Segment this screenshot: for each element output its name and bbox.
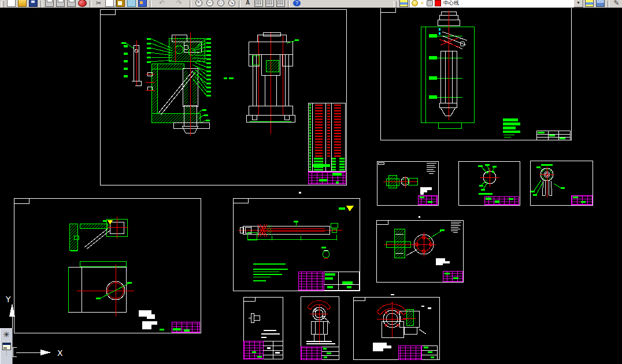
designcenter-icon bbox=[254, 0, 263, 7]
render-button[interactable] bbox=[1, 329, 12, 340]
bracket-small-title-block[interactable] bbox=[419, 196, 438, 205]
flange-title-block[interactable] bbox=[443, 272, 463, 282]
bracket-small-weight-block bbox=[420, 187, 432, 195]
clipboard-icon bbox=[116, 0, 125, 7]
ucs-y-label: Y bbox=[5, 295, 11, 304]
layer-freeze-icon[interactable] bbox=[420, 1, 425, 6]
column-notes-block[interactable] bbox=[503, 118, 520, 137]
bracket-plate-section-view[interactable] bbox=[69, 217, 128, 251]
clevis-view[interactable] bbox=[531, 164, 565, 198]
tool-palettes-button[interactable] bbox=[264, 0, 275, 8]
plot-button[interactable] bbox=[44, 0, 55, 8]
print-preview-icon bbox=[56, 0, 65, 7]
marker-button[interactable] bbox=[77, 0, 88, 8]
sheet-assembly-main[interactable] bbox=[101, 10, 347, 185]
clevis-title-block[interactable] bbox=[572, 196, 593, 205]
sheet-part-bracket-small[interactable] bbox=[377, 162, 439, 206]
copy-button[interactable] bbox=[104, 0, 115, 8]
toolbar-grip[interactable] bbox=[1, 1, 4, 8]
disc-title-block[interactable] bbox=[485, 197, 519, 205]
zoom-out-icon bbox=[206, 0, 213, 6]
combo-dropdown-arrow[interactable]: ▼ bbox=[573, 0, 583, 8]
bracket-plate-title-block[interactable] bbox=[160, 322, 200, 333]
block-editor-button[interactable] bbox=[137, 0, 148, 8]
toolbar-grip[interactable] bbox=[394, 1, 397, 8]
tool-palette-window-button[interactable] bbox=[1, 340, 12, 352]
make-object-layer-current-button[interactable] bbox=[584, 0, 595, 8]
pin-view[interactable] bbox=[249, 314, 260, 323]
column-title-block[interactable] bbox=[536, 131, 571, 140]
zoom-in-icon bbox=[195, 0, 202, 6]
assembly-left-detail-view[interactable] bbox=[121, 40, 141, 86]
shaft-finish-mark bbox=[339, 206, 354, 211]
zoom-window-button[interactable] bbox=[215, 0, 226, 8]
side-toolbar: ⋮ bbox=[0, 328, 13, 364]
pencil-edit-button[interactable] bbox=[611, 0, 622, 8]
sheet-assembly-column[interactable] bbox=[381, 8, 572, 140]
bracket-small-views[interactable] bbox=[383, 175, 417, 188]
new-button[interactable] bbox=[6, 0, 17, 8]
pin-title-block[interactable] bbox=[244, 341, 283, 359]
assembly-center-section-view[interactable] bbox=[146, 32, 234, 136]
assembly-press-elevation-view[interactable] bbox=[247, 32, 299, 134]
sheet-part-disc[interactable] bbox=[459, 162, 520, 206]
tool-palettes-icon bbox=[265, 0, 274, 7]
cam-front-view[interactable] bbox=[312, 318, 328, 343]
ucs-x-label: X bbox=[57, 348, 63, 358]
toolbar-separator bbox=[608, 1, 609, 8]
sheet-part-pin[interactable] bbox=[244, 298, 283, 359]
layer-color-swatch[interactable] bbox=[435, 0, 441, 6]
flange-circular-view[interactable] bbox=[406, 229, 445, 257]
sheet-part-cam-housing[interactable] bbox=[354, 294, 440, 360]
disc-view[interactable] bbox=[478, 164, 499, 195]
shaft-detail-view[interactable] bbox=[321, 247, 329, 258]
zoom-out-button[interactable] bbox=[204, 0, 215, 8]
redo-button[interactable] bbox=[171, 0, 188, 8]
match-properties-icon bbox=[127, 0, 136, 7]
sheet-part-bracket-plate[interactable] bbox=[14, 199, 201, 333]
layer-dropdown[interactable]: 中心线 ▼ bbox=[409, 0, 584, 8]
bracket-small-notes[interactable] bbox=[427, 163, 436, 174]
column-main-view[interactable] bbox=[421, 10, 474, 128]
cut-button[interactable] bbox=[93, 0, 104, 8]
open-button[interactable] bbox=[17, 0, 28, 8]
cam-housing-circular-view[interactable] bbox=[377, 302, 407, 338]
sheet-part-cam[interactable] bbox=[301, 297, 339, 360]
shaft-main-view[interactable] bbox=[238, 221, 342, 240]
cam-title-block[interactable] bbox=[301, 347, 339, 360]
assembly-leader-callouts-left[interactable] bbox=[147, 38, 172, 63]
shaft-title-block[interactable] bbox=[299, 272, 360, 291]
bracket-plate-weight-block2 bbox=[142, 321, 157, 329]
sheet-part-flange[interactable] bbox=[377, 216, 464, 283]
drawing-canvas[interactable]: Y X bbox=[0, 8, 622, 364]
plot-preview-button[interactable] bbox=[55, 0, 66, 8]
zoom-realtime-button[interactable] bbox=[226, 0, 237, 8]
save-disk-icon bbox=[29, 0, 38, 7]
layer-on-off-icon[interactable] bbox=[412, 0, 418, 6]
paste-button[interactable] bbox=[115, 0, 126, 8]
layer-properties-button[interactable] bbox=[398, 0, 409, 8]
cam-housing-section-view[interactable] bbox=[400, 306, 432, 335]
help-button[interactable] bbox=[291, 0, 302, 8]
text-style-button[interactable] bbox=[242, 0, 253, 8]
designcenter-button[interactable] bbox=[253, 0, 264, 8]
sheet-part-clevis[interactable] bbox=[531, 161, 593, 206]
match-properties-button[interactable] bbox=[126, 0, 137, 8]
redo-arrow-icon bbox=[176, 0, 183, 6]
render-star-icon bbox=[3, 330, 10, 339]
markup-set-button[interactable] bbox=[275, 0, 286, 8]
sheet-part-shaft[interactable] bbox=[234, 199, 360, 291]
publish-button[interactable] bbox=[66, 0, 77, 8]
zoom-in-button[interactable] bbox=[193, 0, 204, 8]
toolbar-more-dots: ⋮ bbox=[4, 352, 9, 355]
flange-section-view[interactable] bbox=[384, 229, 413, 258]
bracket-plate-plan-view[interactable] bbox=[68, 261, 134, 317]
layer-lock-icon[interactable] bbox=[427, 0, 433, 6]
cad-application-window: 中心线 ▼ bbox=[0, 0, 622, 364]
assembly-parts-list-table[interactable] bbox=[309, 103, 346, 172]
assembly-title-block[interactable] bbox=[309, 172, 346, 184]
cam-housing-title-block[interactable] bbox=[399, 346, 438, 360]
undo-button[interactable] bbox=[153, 0, 171, 8]
save-button[interactable] bbox=[28, 0, 39, 8]
layer-previous-button[interactable] bbox=[595, 0, 606, 8]
